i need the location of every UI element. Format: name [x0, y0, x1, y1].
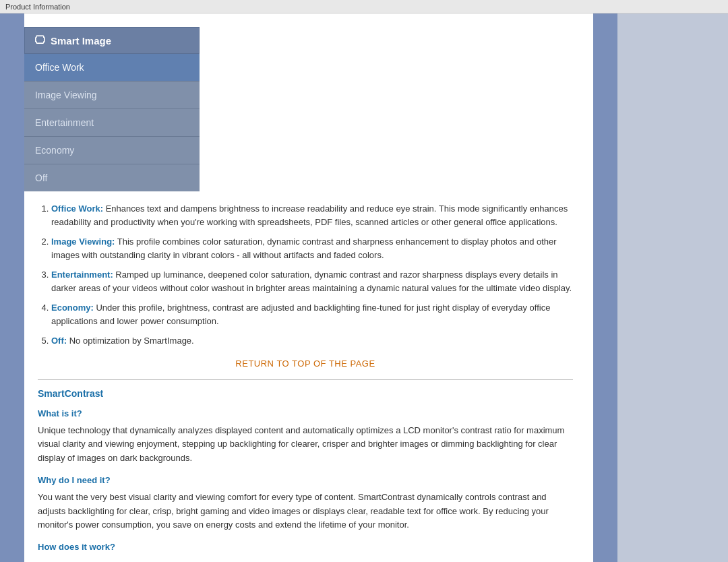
smart-contrast-title: SmartContrast [38, 388, 573, 399]
content-body: Office Work: Enhances text and dampens b… [24, 191, 593, 562]
image-viewing-desc: This profile combines color saturation, … [51, 237, 557, 260]
list-item: Office Work: Enhances text and dampens b… [51, 202, 573, 228]
why-need-it-heading: Why do I need it? [38, 475, 573, 485]
smart-image-title: Smart Image [51, 35, 111, 46]
economy-desc: Under this profile, brightness, contrast… [51, 303, 550, 326]
menu-item-office-work[interactable]: Office Work [24, 54, 200, 82]
smart-contrast-section: SmartContrast What is it? Unique technol… [38, 388, 573, 553]
description-list: Office Work: Enhances text and dampens b… [38, 202, 573, 348]
how-works-heading: How does it work? [38, 542, 573, 552]
smart-image-icon: 🖵 [34, 34, 45, 46]
list-item: Economy: Under this profile, brightness,… [51, 301, 573, 327]
off-link[interactable]: Off: [51, 336, 67, 346]
office-work-link[interactable]: Office Work: [51, 204, 103, 214]
right-sidebar [593, 13, 728, 562]
top-bar-label: Product Information [5, 3, 70, 11]
off-desc: No optimization by SmartImage. [69, 336, 194, 346]
right-sidebar-gray [617, 13, 728, 562]
menu-item-off[interactable]: Off [24, 164, 200, 191]
return-to-top-link[interactable]: RETURN TO TOP OF THE PAGE [235, 358, 375, 369]
economy-link[interactable]: Economy: [51, 303, 94, 313]
image-viewing-link[interactable]: Image Viewing: [51, 237, 115, 247]
smart-image-panel: 🖵 Smart Image Office Work Image Viewing … [24, 27, 200, 191]
menu-item-image-viewing[interactable]: Image Viewing [24, 82, 200, 109]
menu-item-economy[interactable]: Economy [24, 137, 200, 164]
what-is-it-body: Unique technology that dynamically analy… [38, 424, 573, 466]
smart-image-header: 🖵 Smart Image [24, 27, 200, 54]
why-need-it-body: You want the very best visual clarity an… [38, 491, 573, 532]
top-bar: Product Information [0, 0, 728, 13]
section-divider [38, 379, 573, 380]
list-item: Off: No optimization by SmartImage. [51, 334, 573, 348]
entertainment-link[interactable]: Entertainment: [51, 270, 113, 280]
content-area: 🖵 Smart Image Office Work Image Viewing … [24, 13, 593, 562]
return-to-top-container: RETURN TO TOP OF THE PAGE [38, 358, 573, 369]
list-item: Entertainment: Ramped up luminance, deep… [51, 268, 573, 294]
office-work-desc: Enhances text and dampens brightness to … [51, 204, 568, 227]
left-sidebar [0, 13, 24, 562]
right-sidebar-blue [593, 13, 617, 562]
what-is-it-heading: What is it? [38, 408, 573, 418]
menu-item-entertainment[interactable]: Entertainment [24, 109, 200, 137]
entertainment-desc: Ramped up luminance, deepened color satu… [51, 270, 572, 293]
list-item: Image Viewing: This profile combines col… [51, 235, 573, 261]
